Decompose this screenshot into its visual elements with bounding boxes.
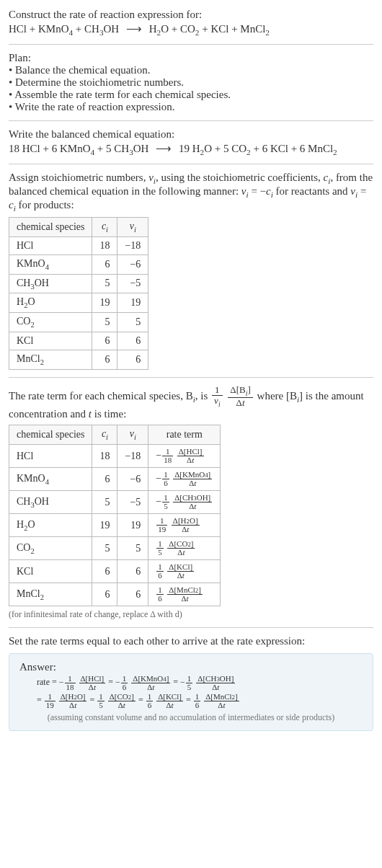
table-row: CO25515 Δ[CO2]Δt [9, 537, 221, 560]
table-row: KMnO46−6 [9, 254, 148, 274]
cell-species: KMnO4 [9, 254, 92, 274]
cell-v: 19 [117, 514, 148, 537]
table-row: KCl6616 Δ[KCl]Δt [9, 560, 221, 583]
cell-v: −18 [117, 236, 148, 254]
cell-species: MnCl2 [9, 350, 92, 369]
cell-v: 5 [117, 313, 148, 332]
rate-prefix: rate = [37, 677, 59, 687]
cell-species: KCl [9, 332, 92, 350]
cell-species: CO2 [9, 313, 92, 332]
reactant-1: HCl + KMnO [9, 23, 68, 35]
rate-expression: rate = −118 Δ[HCl]Δt = −16 Δ[KMnO4]Δt = … [37, 675, 363, 709]
plan-bullet-3: • Assemble the rate term for each chemic… [9, 89, 373, 101]
rateterm-note: (for infinitesimal rate of change, repla… [9, 609, 373, 620]
cell-c: 6 [92, 583, 117, 606]
cell-c: 19 [92, 514, 117, 537]
cell-species: MnCl2 [9, 583, 92, 606]
bal-left-3: OH [133, 143, 149, 154]
cell-species: HCl [9, 445, 92, 468]
answer-label: Answer: [19, 661, 363, 673]
stoich-text-5: for products: [16, 199, 74, 211]
cell-c: 5 [92, 313, 117, 332]
cell-v: 6 [117, 332, 148, 350]
stoich-table: chemical species ci νi HCl18−18 KMnO46−6… [9, 217, 148, 370]
arrow-icon: ⟶ [126, 22, 142, 35]
bal-right-3: + 6 KCl + 6 MnCl [251, 143, 333, 154]
table-row: KCl66 [9, 332, 148, 350]
cell-species: CO2 [9, 537, 92, 560]
bal-right-1: 19 H [179, 143, 200, 154]
rateterm-intro: The rate term for each chemical species,… [9, 385, 373, 421]
col-ci: ci [92, 218, 117, 237]
col-species: chemical species [9, 425, 92, 445]
bal-right-2: O + 5 CO [204, 143, 246, 154]
cell-v: −18 [117, 445, 148, 468]
col-vi: νi [117, 425, 148, 445]
rt-text-5: is time: [92, 408, 126, 420]
bal-left-1: 18 HCl + 6 KMnO [9, 143, 90, 154]
col-species: chemical species [9, 218, 92, 237]
cell-species: H2O [9, 293, 92, 313]
cell-c: 6 [92, 254, 117, 274]
cell-rate: 16 Δ[KCl]Δt [148, 560, 221, 583]
cell-rate: −15 Δ[CH3OH]Δt [148, 491, 221, 514]
product-3: + KCl + MnCl [199, 23, 265, 35]
plan-title: Plan: [9, 52, 373, 64]
divider [9, 44, 373, 45]
cell-rate: −118 Δ[HCl]Δt [148, 445, 221, 468]
cell-v: −5 [117, 274, 148, 293]
cell-species: HCl [9, 236, 92, 254]
stoich-intro: Assign stoichiometric numbers, νi, using… [9, 172, 373, 213]
cell-v: 19 [117, 293, 148, 313]
table-header-row: chemical species ci νi rate term [9, 425, 221, 445]
plan-bullet-1: • Balance the chemical equation. [9, 64, 373, 76]
cell-v: 6 [117, 350, 148, 369]
balanced-title: Write the balanced chemical equation: [9, 128, 373, 141]
cell-rate: −16 Δ[KMnO4]Δt [148, 468, 221, 491]
plan-bullet-2: • Determine the stoichiometric numbers. [9, 76, 373, 89]
divider [9, 120, 373, 121]
cell-species: H2O [9, 514, 92, 537]
reactant-2: + CH [73, 23, 99, 35]
stoich-text-4: for reactants and [273, 185, 350, 197]
stoich-text-2: , using the stoichiometric coefficients, [156, 172, 324, 183]
cell-c: 5 [92, 491, 117, 514]
cell-v: −6 [117, 254, 148, 274]
rt-text-1: The rate term for each chemical species,… [9, 390, 193, 402]
cell-c: 18 [92, 236, 117, 254]
table-row: HCl18−18−118 Δ[HCl]Δt [9, 445, 221, 468]
table-row: H2O1919 [9, 293, 148, 313]
cell-c: 5 [92, 537, 117, 560]
table-row: HCl18−18 [9, 236, 148, 254]
cell-species: KCl [9, 560, 92, 583]
question-equation: HCl + KMnO4 + CH3OH ⟶ H2O + CO2 + KCl + … [9, 22, 373, 37]
product-1: H [149, 23, 157, 35]
divider [9, 377, 373, 378]
cell-v: 5 [117, 537, 148, 560]
plan-bullet-4: • Write the rate of reaction expression. [9, 101, 373, 113]
cell-rate: 119 Δ[H2O]Δt [148, 514, 221, 537]
product-2: O + CO [161, 23, 195, 35]
cell-rate: 16 Δ[MnCl2]Δt [148, 583, 221, 606]
cell-species: CH3OH [9, 491, 92, 514]
cell-c: 6 [92, 560, 117, 583]
answer-box: Answer: rate = −118 Δ[HCl]Δt = −16 Δ[KMn… [9, 653, 373, 731]
table-row: MnCl26616 Δ[MnCl2]Δt [9, 583, 221, 606]
balanced-equation: 18 HCl + 6 KMnO4 + 5 CH3OH ⟶ 19 H2O + 5 … [9, 142, 373, 156]
cell-v: 6 [117, 583, 148, 606]
col-ci: ci [92, 425, 117, 445]
col-rate: rate term [148, 425, 221, 445]
cell-species: CH3OH [9, 274, 92, 293]
table-row: H2O1919119 Δ[H2O]Δt [9, 514, 221, 537]
answer-note: (assuming constant volume and no accumul… [19, 712, 363, 723]
cell-v: 6 [117, 560, 148, 583]
rt-text-2: , is [195, 390, 210, 402]
table-header-row: chemical species ci νi [9, 218, 148, 237]
reactant-3: OH [104, 23, 120, 35]
stoich-text-1: Assign stoichiometric numbers, [9, 172, 148, 183]
divider [9, 164, 373, 164]
rt-text-3: where [B [257, 390, 297, 402]
cell-v: −6 [117, 468, 148, 491]
bal-left-2: + 5 CH [94, 143, 129, 154]
cell-c: 19 [92, 293, 117, 313]
